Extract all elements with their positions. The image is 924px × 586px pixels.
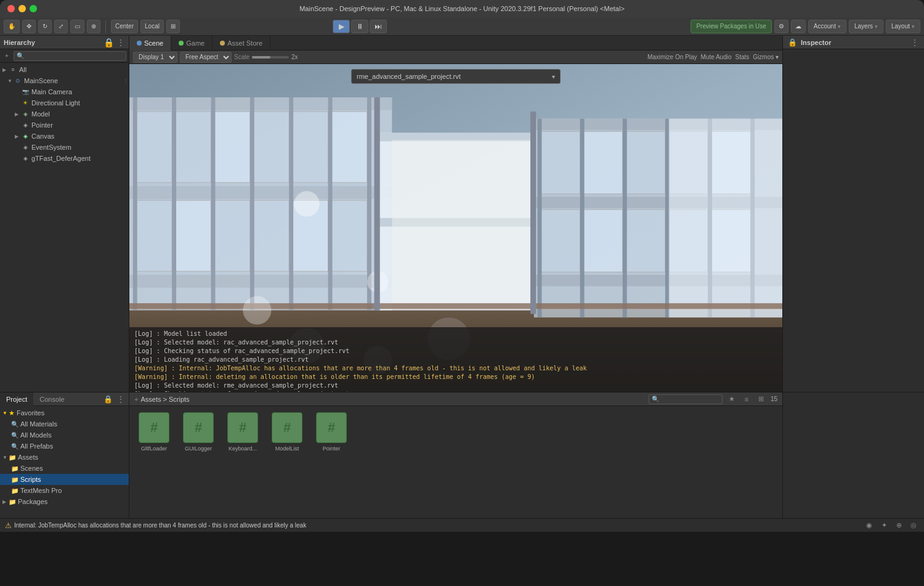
svg-rect-12 [137, 200, 172, 271]
tree-item-mainscene[interactable]: ▼ ⊙ MainScene ⋮ [0, 75, 129, 86]
scene-canvas[interactable]: rme_advanced_sample_project.rvt ▾ [Log] … [129, 64, 782, 392]
maximize-button[interactable] [30, 5, 37, 12]
hierarchy-panel: Hierarchy 🔒 ⋮ + 🔍 ▶ ≡ All ▼ ⊙ MainSce [0, 36, 129, 392]
center-btn[interactable]: Center [111, 20, 138, 33]
account-dropdown[interactable]: Account ▾ [808, 20, 846, 33]
status-warning-text: Internal: JobTempAlloc has allocations t… [14, 522, 306, 529]
pause-button[interactable]: ⏸ [351, 20, 368, 33]
minimize-button[interactable] [18, 5, 26, 12]
inspector-menu-icon[interactable]: ⋮ [910, 38, 919, 47]
status-btn-2[interactable]: ✦ [878, 520, 890, 531]
tab-scene[interactable]: Scene [129, 36, 171, 51]
scene-icon: ⊙ [14, 76, 22, 85]
assets-search[interactable]: 🔍 [649, 394, 723, 404]
proj-item-models[interactable]: 🔍 All Models [0, 429, 129, 441]
proj-item-scenes[interactable]: 📁 Scenes [0, 463, 129, 474]
proj-item-textmesh[interactable]: 📁 TextMesh Pro [0, 485, 129, 496]
scale-tool-btn[interactable]: ⤢ [54, 20, 68, 33]
layout-dropdown[interactable]: Layout ▾ [886, 20, 920, 33]
rect-tool-btn[interactable]: ▭ [70, 20, 84, 33]
hierarchy-add-btn[interactable]: + [2, 51, 11, 60]
tab-console[interactable]: Console [33, 393, 70, 406]
asset-item[interactable]: # ModelList [269, 412, 306, 452]
step-button[interactable]: ⏭ [370, 20, 387, 33]
bottom-lock-icon[interactable]: 🔒 [103, 395, 113, 404]
layout-chevron: ▾ [912, 23, 915, 30]
svg-rect-21 [250, 97, 254, 311]
proj-item-packages[interactable]: ▶ 📁 Packages [0, 496, 129, 507]
hand-tool-btn[interactable]: ✋ [4, 20, 20, 33]
tree-item-canvas[interactable]: ▶ ◈ Canvas [0, 131, 129, 142]
assets-view-btn[interactable]: ⊞ [756, 394, 767, 405]
tab-project[interactable]: Project [0, 393, 33, 406]
cloud-btn[interactable]: ☁ [791, 20, 806, 33]
inspector-lock-icon[interactable]: 🔒 [788, 38, 797, 47]
status-btn-3[interactable]: ⊕ [893, 520, 904, 531]
asset-icon: # [316, 412, 347, 443]
asset-item[interactable]: # Keyboard... [224, 412, 261, 452]
status-btn-4[interactable]: ◎ [908, 520, 919, 531]
proj-item-prefabs[interactable]: 🔍 All Prefabs [0, 441, 129, 452]
rotate-tool-btn[interactable]: ↻ [38, 20, 52, 33]
svg-rect-9 [254, 112, 290, 182]
log-line: [Log] : Model list loaded [134, 330, 777, 338]
assets-add-btn[interactable]: + [134, 396, 138, 403]
assets-sort-btn[interactable]: ≡ [741, 394, 752, 405]
console-tab-label: Console [39, 396, 64, 403]
model-dropdown[interactable]: rme_advanced_sample_project.rvt ▾ [351, 69, 561, 84]
bottom-tab-tools: 🔒 ⋮ [103, 394, 129, 404]
hierarchy-menu-icon[interactable]: ⋮ [116, 38, 125, 47]
close-button[interactable] [7, 5, 15, 12]
mute-audio-btn[interactable]: Mute Audio [700, 54, 731, 60]
inspector-header: 🔒 Inspector ⋮ [783, 36, 924, 49]
tab-asset-store[interactable]: Asset Store [213, 36, 270, 51]
layers-dropdown[interactable]: Layers ▾ [849, 20, 883, 33]
status-btn-1[interactable]: ◉ [864, 520, 875, 531]
tree-item-all[interactable]: ▶ ≡ All [0, 64, 129, 75]
proj-item-assets[interactable]: ▼ 📁 Assets [0, 452, 129, 463]
display-select[interactable]: Display 1 [133, 52, 177, 63]
move-tool-btn[interactable]: ✥ [22, 20, 36, 33]
proj-item-materials[interactable]: 🔍 All Materials [0, 418, 129, 429]
packages-folder-icon: 📁 [9, 499, 16, 505]
tree-label-pointer: Pointer [31, 121, 53, 129]
asset-item[interactable]: # GUILogger [180, 412, 217, 452]
transform-tool-btn[interactable]: ⊕ [87, 20, 100, 33]
play-button[interactable]: ▶ [333, 20, 350, 33]
aspect-select[interactable]: Free Aspect [180, 52, 232, 63]
bottom-menu-icon[interactable]: ⋮ [116, 394, 125, 404]
assets-filter-btn[interactable]: ★ [726, 394, 737, 405]
tree-item-camera[interactable]: 📷 Main Camera [0, 86, 129, 97]
all-icon: ≡ [9, 65, 17, 74]
collab-btn[interactable]: ⚙ [774, 20, 788, 33]
tree-item-eventsystem[interactable]: ◈ EventSystem [0, 142, 129, 153]
maximize-on-play-btn[interactable]: Maximize On Play [647, 54, 697, 60]
preview-packages-btn[interactable]: Preview Packages in Use [691, 20, 771, 33]
asset-item[interactable]: # Pointer [313, 412, 350, 452]
asset-icon: # [227, 412, 258, 443]
eventsystem-icon: ◈ [21, 143, 30, 152]
svg-rect-3 [129, 97, 392, 110]
svg-rect-42 [538, 119, 542, 318]
grid-btn[interactable]: ⊞ [166, 20, 180, 33]
scene-options[interactable]: ⋮ [123, 78, 129, 84]
stats-btn[interactable]: Stats [736, 54, 750, 60]
scripts-label: Scripts [20, 476, 41, 483]
hierarchy-lock-icon[interactable]: 🔒 [103, 38, 114, 47]
local-btn[interactable]: Local [140, 20, 164, 33]
tree-item-agent[interactable]: ◈ gTFast_DeferAgent [0, 153, 129, 164]
models-label: All Models [20, 431, 52, 439]
log-line: [Log] : Selected model: rac_advanced_sam… [134, 338, 777, 347]
tree-item-dirlight[interactable]: ☀ Directional Light [0, 97, 129, 108]
gizmos-btn[interactable]: Gizmos ▾ [753, 54, 779, 60]
scale-slider[interactable] [252, 56, 289, 59]
proj-item-scripts[interactable]: 📁 Scripts [0, 474, 129, 485]
proj-item-favorites[interactable]: ▼ ★ Favorites [0, 407, 129, 418]
svg-rect-7 [176, 112, 211, 182]
tree-item-pointer[interactable]: ◈ Pointer [0, 120, 129, 131]
asset-item[interactable]: # GltfLoader [136, 412, 172, 452]
log-line: [Log] : Selected model: rme_advanced_sam… [134, 381, 777, 390]
tree-item-model[interactable]: ▶ ◈ Model [0, 108, 129, 120]
tab-game[interactable]: Game [171, 36, 213, 51]
log-line: [Log] : Loading rac_advanced_sample_proj… [134, 356, 777, 364]
